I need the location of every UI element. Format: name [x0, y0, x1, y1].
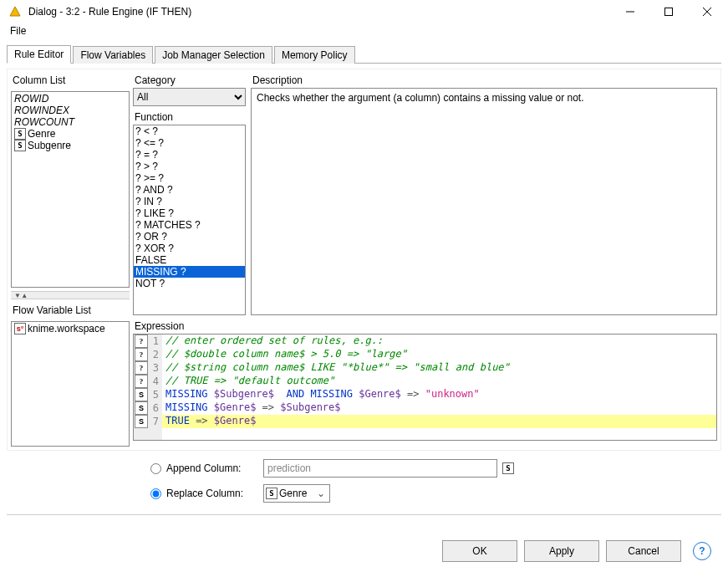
- list-item[interactable]: ? MATCHES ?: [134, 219, 245, 231]
- append-column-label: Append Column:: [166, 462, 258, 474]
- string-type-icon: S: [135, 415, 148, 428]
- chevron-down-icon: ⌄: [314, 488, 328, 499]
- list-item[interactable]: ROWID: [13, 93, 127, 105]
- expression-editor[interactable]: ?1?2?3?4S5S6S7 // enter ordered set of r…: [133, 334, 717, 441]
- flow-variable-list[interactable]: s° knime.workspace: [11, 321, 130, 447]
- function-label: Function: [133, 110, 246, 125]
- list-item[interactable]: ? < ?: [134, 125, 245, 137]
- button-bar: OK Apply Cancel ?: [0, 540, 728, 562]
- description-label: Description: [251, 73, 717, 88]
- tab-flow-variables[interactable]: Flow Variables: [73, 46, 153, 64]
- app-icon: [7, 3, 23, 20]
- line-number: 2: [149, 349, 162, 360]
- unknown-type-icon: ?: [135, 361, 148, 375]
- column-list[interactable]: ROWIDROWINDEXROWCOUNTS GenreS Subgenre: [11, 91, 130, 288]
- unknown-type-icon: ?: [135, 375, 148, 388]
- list-item[interactable]: ROWCOUNT: [13, 116, 127, 128]
- menubar: File: [0, 23, 728, 42]
- unknown-type-icon: ?: [135, 335, 148, 348]
- window-title: Dialog - 3:2 - Rule Engine (IF THEN): [28, 6, 611, 18]
- list-item[interactable]: S Subgenre: [13, 140, 127, 151]
- code-line[interactable]: MISSING $Genre$ => $Subgenre$: [162, 401, 716, 415]
- list-item[interactable]: ? XOR ?: [134, 243, 245, 254]
- list-item[interactable]: ? OR ?: [134, 231, 245, 243]
- code-line[interactable]: // $string column name$ LIKE "*blue*" =>…: [162, 361, 716, 375]
- unknown-type-icon: ?: [135, 348, 148, 361]
- expression-label: Expression: [133, 319, 717, 334]
- help-icon[interactable]: ?: [693, 542, 711, 560]
- ok-button[interactable]: OK: [442, 540, 517, 562]
- flow-var-list-label: Flow Variable List: [11, 303, 130, 318]
- code-line[interactable]: // $double column name$ > 5.0 => "large": [162, 348, 716, 361]
- line-number: 7: [149, 416, 162, 427]
- list-item[interactable]: ? >= ?: [134, 172, 245, 184]
- append-column-radio[interactable]: [150, 463, 161, 474]
- category-label: Category: [133, 73, 246, 88]
- list-item[interactable]: ? IN ?: [134, 196, 245, 207]
- line-number: 6: [149, 402, 162, 414]
- apply-button[interactable]: Apply: [524, 540, 599, 562]
- line-number: 5: [149, 389, 162, 401]
- code-line[interactable]: // TRUE => "default outcome": [162, 375, 716, 388]
- tab-job-manager-selection[interactable]: Job Manager Selection: [155, 46, 272, 64]
- maximize-button[interactable]: [649, 0, 688, 23]
- append-column-field: [263, 459, 497, 478]
- list-item[interactable]: ? = ?: [134, 149, 245, 161]
- list-item[interactable]: NOT ?: [134, 278, 245, 289]
- column-list-label: Column List: [11, 73, 130, 88]
- replace-column-select[interactable]: S Genre ⌄: [263, 484, 330, 503]
- description-text: Checks whether the argument (a column) c…: [257, 92, 584, 104]
- tab-memory-policy[interactable]: Memory Policy: [274, 46, 355, 64]
- list-item[interactable]: S Genre: [13, 128, 127, 140]
- list-item[interactable]: MISSING ?: [134, 266, 245, 278]
- list-item[interactable]: s° knime.workspace: [13, 323, 127, 335]
- list-item[interactable]: ? AND ?: [134, 184, 245, 196]
- line-number: 4: [149, 375, 162, 387]
- string-type-icon: S: [135, 401, 148, 415]
- tab-bar: Rule EditorFlow VariablesJob Manager Sel…: [7, 45, 721, 64]
- string-type-icon: S: [14, 140, 26, 151]
- list-item[interactable]: ? <= ?: [134, 137, 245, 149]
- code-line[interactable]: MISSING $Subgenre$ AND MISSING $Genre$ =…: [162, 388, 716, 401]
- replace-column-label: Replace Column:: [166, 488, 258, 499]
- string-type-icon: S: [502, 462, 514, 474]
- menu-file[interactable]: File: [5, 23, 31, 38]
- string-var-icon: s°: [14, 323, 26, 335]
- string-type-icon: S: [14, 128, 26, 140]
- description-box: Checks whether the argument (a column) c…: [251, 88, 717, 315]
- svg-rect-2: [665, 8, 673, 16]
- collapse-handle[interactable]: ▼ ▲: [11, 291, 130, 299]
- replace-column-value: Genre: [279, 488, 307, 499]
- category-select[interactable]: All: [133, 88, 246, 106]
- cancel-button[interactable]: Cancel: [606, 540, 681, 562]
- line-number: 3: [149, 362, 162, 374]
- close-button[interactable]: [688, 0, 726, 23]
- svg-marker-0: [10, 7, 20, 16]
- replace-column-radio[interactable]: [150, 488, 161, 499]
- tab-rule-editor[interactable]: Rule Editor: [7, 45, 71, 64]
- list-item[interactable]: ? > ?: [134, 161, 245, 172]
- string-type-icon: S: [266, 488, 277, 499]
- list-item[interactable]: FALSE: [134, 254, 245, 266]
- list-item[interactable]: ROWINDEX: [13, 105, 127, 116]
- line-number: 1: [149, 335, 162, 347]
- titlebar: Dialog - 3:2 - Rule Engine (IF THEN): [0, 0, 728, 23]
- minimize-button[interactable]: [611, 0, 649, 23]
- code-line[interactable]: // enter ordered set of rules, e.g.:: [162, 335, 716, 348]
- string-type-icon: S: [135, 388, 148, 401]
- function-list[interactable]: ? < ?? <= ?? = ?? > ?? >= ?? AND ?? IN ?…: [133, 125, 246, 315]
- code-line[interactable]: TRUE => $Genre$: [162, 415, 716, 428]
- list-item[interactable]: ? LIKE ?: [134, 207, 245, 219]
